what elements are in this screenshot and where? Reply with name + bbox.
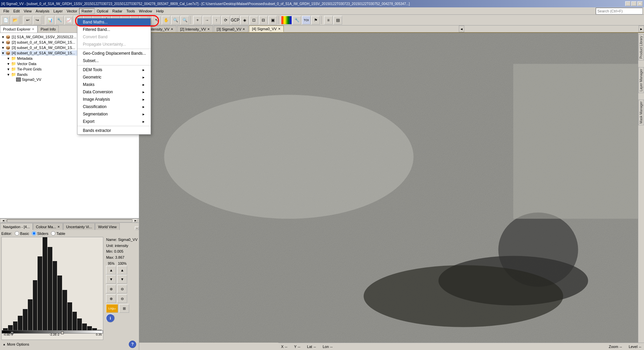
menu-file[interactable]: File xyxy=(1,8,11,14)
help-button[interactable]: ? xyxy=(129,341,136,348)
tab-scroll-right[interactable]: ► xyxy=(639,26,644,32)
menu-dem-tools[interactable]: DEM Tools ► xyxy=(77,66,151,73)
menu-subset[interactable]: Subset... xyxy=(77,57,151,64)
radio-basic-label[interactable]: Basic xyxy=(15,231,29,236)
menu-edit[interactable]: Edit xyxy=(11,8,22,14)
toolbar-new[interactable]: 📄 xyxy=(1,16,10,24)
toolbar-btn-25[interactable]: ◈ xyxy=(240,16,249,24)
satellite-image-viewport[interactable] xyxy=(139,33,638,343)
scroll-left[interactable]: ◄ xyxy=(1,219,5,222)
btn-100-up[interactable]: ▲ xyxy=(117,266,127,274)
toolbar-btn-22[interactable]: ↑ xyxy=(212,16,221,24)
btn-95-up[interactable]: ▲ xyxy=(106,266,116,274)
side-panel-mask-manager[interactable]: Mask Manager xyxy=(638,100,644,125)
toolbar-zoom-in[interactable]: 🔍 xyxy=(171,16,180,24)
menu-band-maths[interactable]: Band Maths... xyxy=(77,18,151,26)
toolbar-btn-4[interactable]: 🔧 xyxy=(55,16,64,24)
btn-zoom-in-hist[interactable]: ⊕ xyxy=(106,285,116,293)
menu-analysis[interactable]: Analysis xyxy=(34,8,51,14)
toolbar-btn-33[interactable]: ≡ xyxy=(324,16,333,24)
btn-95-down[interactable]: ▼ xyxy=(106,275,116,284)
tab-scroll-left[interactable]: ◄ xyxy=(459,26,464,32)
toolbar-btn-32[interactable]: ⚑ xyxy=(311,16,320,24)
toolbar-btn-34[interactable]: ▤ xyxy=(333,16,342,24)
toolbar-btn-20[interactable]: + xyxy=(193,16,202,24)
menu-bands-extractor[interactable]: Bands extractor xyxy=(77,127,151,134)
btn-range-up[interactable]: ⊕ xyxy=(106,294,116,303)
minimize-button[interactable]: ─ xyxy=(625,1,631,6)
toolbar-btn-21[interactable]: → xyxy=(203,16,211,24)
menu-masks[interactable]: Masks ► xyxy=(77,81,151,88)
scrollbar-track[interactable] xyxy=(7,219,132,222)
menu-filtered-band[interactable]: Filtered Band... xyxy=(77,26,151,33)
menu-optical[interactable]: Optical xyxy=(95,8,110,14)
toolbar-pan[interactable]: ✋ xyxy=(162,16,170,24)
menu-view[interactable]: View xyxy=(22,8,34,14)
tab-pixel-info[interactable]: Pixel Info xyxy=(38,26,59,33)
image-tab-1[interactable]: [2] Intensity_VV ✕ xyxy=(177,26,213,32)
menu-tools[interactable]: Tools xyxy=(124,8,137,14)
menu-data-conversion[interactable]: Data Conversion ► xyxy=(77,88,151,96)
maximize-button[interactable]: □ xyxy=(631,1,637,6)
toolbar-redo[interactable]: ↪ xyxy=(33,16,42,24)
btn-log10[interactable]: Log₁₀ xyxy=(106,304,118,313)
more-options-row[interactable]: ▲ More Options ? xyxy=(1,340,138,349)
toolbar-btn-27[interactable]: ⊟ xyxy=(259,16,268,24)
btn-100-down[interactable]: ▼ xyxy=(117,275,127,284)
toolbar-btn-31[interactable]: TOI xyxy=(302,16,311,24)
minimize-bottom[interactable]: ─ xyxy=(135,227,139,230)
btn-zoom-out-hist[interactable]: ⊖ xyxy=(117,285,127,293)
radio-basic[interactable] xyxy=(15,231,19,236)
menu-window[interactable]: Window xyxy=(137,8,154,14)
radio-table-label[interactable]: Table xyxy=(51,231,65,236)
hist-bar xyxy=(48,247,52,333)
toolbar-btn-26[interactable]: ⊡ xyxy=(250,16,258,24)
radio-sliders[interactable] xyxy=(32,231,36,236)
toolbar-btn-3[interactable]: 📊 xyxy=(46,16,54,24)
btn-range-down[interactable]: ⊖ xyxy=(117,294,127,303)
menu-geometric[interactable]: Geometric ► xyxy=(77,73,151,81)
menu-radar[interactable]: Radar xyxy=(110,8,124,14)
image-tab-1-close[interactable]: ✕ xyxy=(207,28,210,31)
menu-help[interactable]: Help xyxy=(154,8,166,14)
toolbar-btn-24[interactable]: GCP xyxy=(231,16,239,24)
tab-product-explorer-close[interactable]: ✕ xyxy=(32,28,35,31)
radio-table[interactable] xyxy=(51,231,55,236)
tab-navigation[interactable]: Navigation - [4... xyxy=(0,223,33,230)
btn-grid[interactable]: ⊞ xyxy=(119,304,129,313)
btn-info[interactable]: ℹ xyxy=(106,314,115,322)
menu-raster[interactable]: Raster xyxy=(79,8,95,14)
menu-segmentation[interactable]: Segmentation ► xyxy=(77,110,151,118)
toolbar-btn-28[interactable]: ▣ xyxy=(268,16,277,24)
side-panel-layer-manager[interactable]: Layer Manager xyxy=(638,67,644,93)
toolbar-zoom-out[interactable]: 🔍 xyxy=(180,16,189,24)
scroll-right[interactable]: ► xyxy=(133,219,138,222)
toolbar-btn-5[interactable]: 📈 xyxy=(64,16,73,24)
toolbar-open[interactable]: 📂 xyxy=(11,16,19,24)
menu-classification[interactable]: Classification ► xyxy=(77,103,151,110)
search-input[interactable] xyxy=(596,8,643,14)
image-tab-2[interactable]: [3] Sigma0_VV ✕ xyxy=(214,26,248,32)
toolbar-undo[interactable]: ↩ xyxy=(23,16,32,24)
menu-image-analysis[interactable]: Image Analysis ► xyxy=(77,96,151,103)
radio-sliders-label[interactable]: Sliders xyxy=(32,231,49,236)
tab-product-explorer[interactable]: Product Explorer ✕ xyxy=(0,26,38,33)
menu-geocoding-displacement[interactable]: Geo-Coding Displacement Bands... xyxy=(77,50,151,57)
toolbar-btn-30[interactable]: 🔧 xyxy=(292,16,301,24)
image-tab-3-close[interactable]: ✕ xyxy=(278,27,281,31)
toolbar-btn-23[interactable]: ⟳ xyxy=(221,16,230,24)
close-button[interactable]: ✕ xyxy=(637,1,643,6)
tab-worldview[interactable]: World View xyxy=(95,223,119,230)
menu-layer[interactable]: Layer xyxy=(51,8,65,14)
tab-colour-close[interactable]: ✕ xyxy=(57,225,60,229)
menu-vector[interactable]: Vector xyxy=(65,8,79,14)
image-tab-0-close[interactable]: ✕ xyxy=(171,28,173,31)
toolbar-cursor[interactable]: ↖ xyxy=(152,16,161,24)
tab-uncertainty[interactable]: Uncertainty Vi... xyxy=(63,223,95,230)
side-panel-product-library[interactable]: Product Library xyxy=(638,34,644,60)
image-tab-2-close[interactable]: ✕ xyxy=(243,28,245,31)
toolbar-color[interactable] xyxy=(281,16,292,24)
image-tab-3[interactable]: [4] Sigma0_VV ✕ xyxy=(249,26,283,32)
tab-colour-manipulation[interactable]: Colour Ma... ✕ xyxy=(33,223,63,230)
menu-export[interactable]: Export ► xyxy=(77,118,151,125)
